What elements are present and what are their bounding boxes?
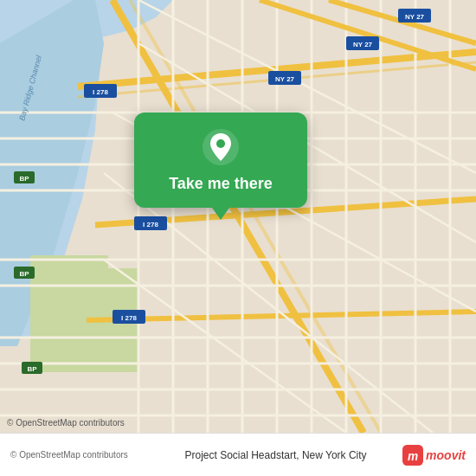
moovit-label: moovit [426,448,466,462]
svg-text:NY 27: NY 27 [353,41,373,48]
svg-text:BP: BP [27,365,37,373]
map-attribution: © OpenStreetMap contributors [7,418,125,428]
svg-text:I 278: I 278 [93,88,108,96]
location-pin-icon [202,128,240,166]
bottom-bar: © OpenStreetMap contributors Project Soc… [0,433,476,476]
osm-attribution: © OpenStreetMap contributors [10,450,149,460]
svg-text:BP: BP [19,270,29,278]
svg-text:BP: BP [19,175,29,183]
svg-rect-5 [30,255,108,368]
moovit-logo: m moovit [402,445,466,466]
svg-text:I 278: I 278 [121,314,137,322]
place-name: Project Social Headstart, New York City [149,449,402,461]
take-me-there-label: Take me there [169,175,273,194]
svg-text:I 278: I 278 [143,221,158,228]
moovit-icon: m [402,445,423,466]
svg-text:NY 27: NY 27 [405,13,425,21]
svg-point-59 [216,139,225,148]
svg-text:NY 27: NY 27 [275,75,295,83]
popup-card[interactable]: Take me there [134,113,307,208]
map-container: I 278 I 278 I 278 NY 27 NY 27 NY 27 BP B… [0,0,476,433]
svg-text:m: m [408,450,418,463]
